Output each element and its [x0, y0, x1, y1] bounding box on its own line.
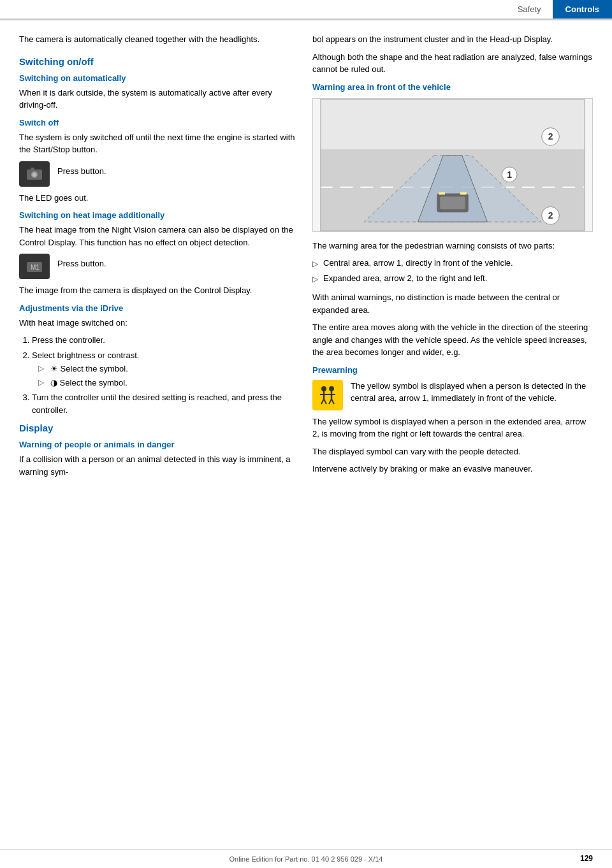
svg-line-26 [324, 399, 326, 404]
step2-bullet-2: ▷ ◑ Select the symbol. [32, 377, 300, 389]
idrive-subheading: Adjustments via the iDrive [19, 303, 300, 313]
idrive-steps: Press the controller. Select brightness … [19, 334, 300, 416]
svg-rect-14 [460, 192, 467, 194]
svg-text:2: 2 [548, 210, 553, 221]
svg-text:1: 1 [507, 169, 512, 179]
prewarning-icon [312, 380, 343, 410]
entire-area-text: The entire area moves along with the veh… [312, 321, 593, 359]
page-number: 129 [580, 849, 593, 868]
svg-line-31 [332, 399, 334, 404]
bol-text: bol appears on the instrument cluster an… [312, 33, 593, 46]
bullet-central: ▷ Central area, arrow 1, directly in fro… [312, 257, 593, 270]
switch-off-button-icon [19, 161, 50, 187]
arrow-icon: ▷ [38, 363, 44, 374]
svg-text:M1: M1 [31, 264, 40, 271]
camera-icon [26, 165, 43, 183]
svg-rect-12 [440, 196, 465, 209]
arrow-icon-2: ▷ [38, 377, 44, 388]
animal-text: With animal warnings, no distinction is … [312, 291, 593, 316]
yellow-symbol-text: The yellow symbol is displayed when a pe… [312, 416, 593, 440]
arrow-bullet-2: ▷ [312, 273, 318, 285]
pedestrian-warning-icon [316, 384, 339, 407]
prewarning-heading: Prewarning [312, 365, 593, 375]
heat-camera-icon: M1 [26, 257, 43, 275]
displayed-symbol-text: The displayed symbol can vary with the p… [312, 445, 593, 458]
svg-point-22 [321, 386, 326, 391]
switch-off-button-row: Press button. [19, 161, 300, 187]
heat-image-button-icon: M1 [19, 254, 50, 279]
auto-on-body: When it is dark outside, the system is a… [19, 87, 300, 112]
heat-image-body: The heat image from the Night Vision cam… [19, 224, 300, 249]
left-column: The camera is automatically cleaned toge… [19, 33, 300, 483]
svg-text:2: 2 [548, 131, 553, 141]
warning-area-bullets: ▷ Central area, arrow 1, directly in fro… [312, 257, 593, 285]
step-1: Press the controller. [32, 334, 300, 347]
prewarning-box: The yellow symbol is displayed when a pe… [312, 380, 593, 410]
footer: Online Edition for Part no. 01 40 2 956 … [0, 849, 612, 868]
page-header: Safety Controls [0, 0, 612, 20]
right-column: bol appears on the instrument cluster an… [312, 33, 593, 483]
controls-tab: Controls [553, 0, 612, 18]
warning-area-description: The warning area for the pedestrian warn… [312, 240, 593, 252]
warning-people-body: If a collision with a person or an anima… [19, 453, 300, 478]
step-3: Turn the controller until the desired se… [32, 391, 300, 416]
intro-text: The camera is automatically cleaned toge… [19, 33, 300, 46]
online-edition-text: Online Edition for Part no. 01 40 2 956 … [229, 855, 383, 863]
svg-line-30 [329, 399, 332, 404]
switch-off-subheading: Switch off [19, 118, 300, 127]
svg-point-27 [329, 386, 334, 391]
intervene-text: Intervene actively by braking or make an… [312, 463, 593, 475]
heat-press-button: Press button. [57, 257, 106, 270]
switch-off-press-button: Press button. [57, 165, 106, 178]
arrow-bullet-1: ▷ [312, 258, 318, 270]
step2-bullet-1: ▷ ☀ Select the symbol. [32, 363, 300, 375]
svg-point-2 [33, 173, 36, 177]
step-2: Select brightness or contrast. ▷ ☀ Selec… [32, 349, 300, 389]
main-content: The camera is automatically cleaned toge… [0, 20, 612, 496]
heat-image-text: The image from the camera is displayed o… [19, 284, 300, 297]
prewarning-text: The yellow symbol is displayed when a pe… [351, 380, 593, 405]
heat-image-button-row: M1 Press button. [19, 254, 300, 279]
svg-rect-3 [31, 168, 34, 170]
switch-off-body: The system is only switched off until th… [19, 131, 300, 156]
auto-on-subheading: Switching on automatically [19, 73, 300, 83]
heat-image-subheading: Switching on heat image additionally [19, 210, 300, 220]
warning-people-subheading: Warning of people or animals in danger [19, 440, 300, 449]
warning-area-heading: Warning area in front of the vehicle [312, 82, 593, 92]
led-goes-out: The LED goes out. [19, 192, 300, 205]
switching-on-off-heading: Switching on/off [19, 56, 300, 67]
although-text: Although both the shape and the heat rad… [312, 51, 593, 76]
diagram-svg: 1 2 2 [313, 99, 592, 231]
svg-line-25 [321, 399, 324, 404]
bullet-expanded: ▷ Expanded area, arrow 2, to the right a… [312, 272, 593, 285]
svg-rect-13 [439, 192, 445, 194]
warning-area-diagram: 1 2 2 [312, 98, 593, 232]
idrive-intro: With heat image switched on: [19, 317, 300, 329]
safety-tab: Safety [506, 0, 553, 18]
display-heading: Display [19, 423, 300, 433]
